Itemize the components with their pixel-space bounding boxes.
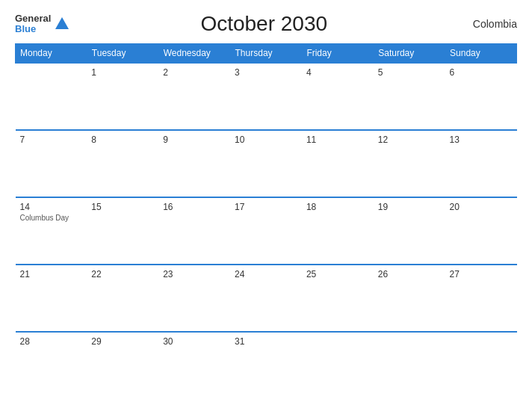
calendar-cell: 5 <box>374 63 445 130</box>
day-number: 22 <box>91 269 154 279</box>
calendar-cell <box>16 63 87 130</box>
col-thursday: Thursday <box>230 44 302 64</box>
calendar-cell: 2 <box>158 63 230 130</box>
calendar-cell: 24 <box>230 265 302 332</box>
day-number: 4 <box>306 67 369 78</box>
calendar-week-row: 123456 <box>16 63 517 130</box>
calendar-cell: 25 <box>302 265 374 332</box>
day-number: 11 <box>306 135 369 145</box>
calendar-week-row: 78910111213 <box>16 130 517 197</box>
calendar-cell: 21 <box>16 265 87 332</box>
day-number: 26 <box>378 269 441 279</box>
calendar-cell: 9 <box>158 130 230 197</box>
calendar-cell: 18 <box>302 197 374 265</box>
col-monday: Monday <box>16 44 87 64</box>
day-number: 16 <box>163 202 226 212</box>
svg-marker-0 <box>55 17 69 29</box>
logo-general-text: General <box>15 13 51 24</box>
day-number: 12 <box>378 135 441 145</box>
day-number: 21 <box>20 269 83 279</box>
calendar-cell: 20 <box>445 197 517 265</box>
day-number: 2 <box>163 67 226 78</box>
day-number: 18 <box>306 202 369 212</box>
day-number: 17 <box>235 202 297 212</box>
calendar-cell: 10 <box>230 130 302 197</box>
calendar-cell: 4 <box>302 63 374 130</box>
day-number: 9 <box>163 135 226 145</box>
page-header: General Blue October 2030 Colombia <box>15 12 517 36</box>
logo-blue-text: Blue <box>15 24 51 34</box>
page-title: October 2030 <box>70 12 457 36</box>
col-wednesday: Wednesday <box>158 44 230 64</box>
days-of-week-row: Monday Tuesday Wednesday Thursday Friday… <box>16 44 517 64</box>
calendar-cell: 26 <box>374 265 445 332</box>
logo: General Blue <box>15 13 70 35</box>
calendar-cell: 23 <box>158 265 230 332</box>
country-label: Colombia <box>457 18 517 30</box>
col-tuesday: Tuesday <box>87 44 158 64</box>
day-number: 1 <box>91 67 154 78</box>
day-number: 29 <box>91 336 154 347</box>
day-number: 30 <box>163 336 226 347</box>
calendar-cell <box>302 332 374 399</box>
calendar-cell: 12 <box>374 130 445 197</box>
calendar-cell: 1 <box>87 63 158 130</box>
calendar-header: Monday Tuesday Wednesday Thursday Friday… <box>16 44 517 64</box>
calendar-week-row: 28293031 <box>16 332 517 399</box>
calendar-cell: 22 <box>87 265 158 332</box>
calendar-table: Monday Tuesday Wednesday Thursday Friday… <box>15 43 517 399</box>
day-number: 28 <box>20 336 83 347</box>
calendar-cell: 11 <box>302 130 374 197</box>
calendar-body: 1234567891011121314Columbus Day151617181… <box>16 63 517 399</box>
calendar-cell: 29 <box>87 332 158 399</box>
col-sunday: Sunday <box>445 44 517 64</box>
calendar-week-row: 21222324252627 <box>16 265 517 332</box>
calendar-cell: 6 <box>445 63 517 130</box>
calendar-cell: 19 <box>374 197 445 265</box>
calendar-cell: 31 <box>230 332 302 399</box>
day-number: 10 <box>235 135 297 145</box>
col-friday: Friday <box>302 44 374 64</box>
calendar-cell: 17 <box>230 197 302 265</box>
calendar-cell: 16 <box>158 197 230 265</box>
day-number: 20 <box>450 202 513 212</box>
calendar-cell: 3 <box>230 63 302 130</box>
calendar-cell: 14Columbus Day <box>16 197 87 265</box>
calendar-cell: 28 <box>16 332 87 399</box>
day-number: 3 <box>235 67 297 78</box>
day-number: 27 <box>450 269 513 279</box>
day-number: 6 <box>450 67 513 78</box>
calendar-cell: 13 <box>445 130 517 197</box>
calendar-cell: 27 <box>445 265 517 332</box>
day-number: 14 <box>20 202 83 212</box>
logo-icon <box>54 16 70 32</box>
calendar-week-row: 14Columbus Day151617181920 <box>16 197 517 265</box>
day-number: 7 <box>20 135 83 145</box>
holiday-label: Columbus Day <box>20 214 69 222</box>
calendar-cell <box>374 332 445 399</box>
day-number: 8 <box>91 135 154 145</box>
day-number: 13 <box>450 135 513 145</box>
calendar-cell: 15 <box>87 197 158 265</box>
calendar-cell: 8 <box>87 130 158 197</box>
calendar-cell: 30 <box>158 332 230 399</box>
day-number: 24 <box>235 269 297 279</box>
col-saturday: Saturday <box>374 44 445 64</box>
day-number: 31 <box>235 336 297 347</box>
day-number: 15 <box>91 202 154 212</box>
calendar-cell <box>445 332 517 399</box>
calendar-cell: 7 <box>16 130 87 197</box>
day-number: 23 <box>163 269 226 279</box>
day-number: 5 <box>378 67 441 78</box>
day-number: 25 <box>306 269 369 279</box>
day-number: 19 <box>378 202 441 212</box>
